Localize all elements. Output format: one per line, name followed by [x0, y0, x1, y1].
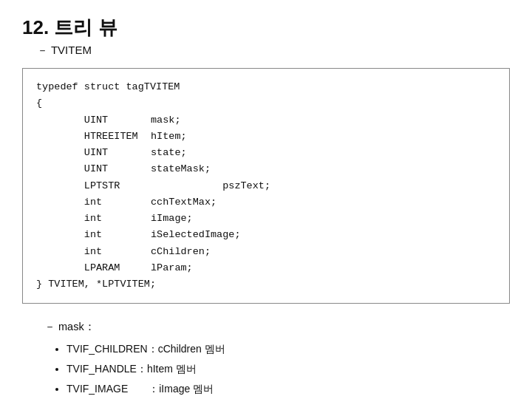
close-line: } TVITEM, *LPTVITEM; [36, 276, 496, 293]
field-0: UINTmask; [36, 112, 496, 129]
field-9: LPARAMlParam; [36, 260, 496, 276]
field-5: intcchTextMax; [36, 194, 496, 211]
bullet-header: － mask： [44, 317, 510, 336]
field-7: intiSelectedImage; [36, 227, 496, 243]
bullet-list: TVIF_CHILDREN：cChildren 멤버 TVIF_HANDLE：h… [44, 340, 510, 399]
open-brace-line: { [36, 95, 496, 112]
typedef-line: typedef struct tagTVITEM [36, 79, 496, 95]
field-3: UINTstateMask; [36, 161, 496, 177]
sub-title: － TVITEM [37, 44, 510, 58]
field-4: LPTSTR pszText; [36, 178, 496, 194]
field-1: HTREEITEMhItem; [36, 129, 496, 145]
page-title: 12. 트리 뷰 [22, 15, 510, 41]
bullet-section: － mask： TVIF_CHILDREN：cChildren 멤버 TVIF_… [22, 317, 510, 398]
code-box: typedef struct tagTVITEM { UINTmask; HTR… [22, 68, 510, 304]
field-6: intiImage; [36, 211, 496, 227]
field-8: intcChildren; [36, 244, 496, 260]
field-2: UINTstate; [36, 145, 496, 161]
page-container: 12. 트리 뷰 － TVITEM typedef struct tagTVIT… [0, 0, 532, 399]
bullet-item-0: TVIF_CHILDREN：cChildren 멤버 [66, 340, 510, 358]
bullet-item-2: TVIF_IMAGE ：iImage 멤버 [66, 380, 510, 398]
bullet-item-1: TVIF_HANDLE：hItem 멤버 [66, 360, 510, 378]
